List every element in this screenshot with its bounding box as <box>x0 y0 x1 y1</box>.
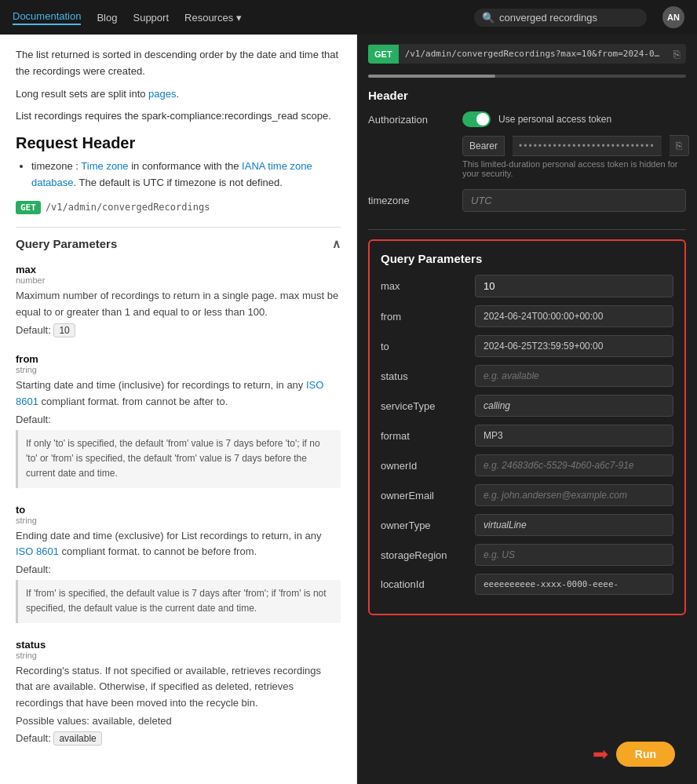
param-status-desc: Recording's status. If not specified or … <box>16 663 341 712</box>
param-max-desc: Maximum number of recordings to return i… <box>16 288 341 321</box>
bearer-copy-icon[interactable]: ⎘ <box>670 135 689 156</box>
scroll-bar <box>368 75 686 78</box>
field-row-locationId: locationId <box>381 574 673 595</box>
field-row-format: format <box>381 425 673 447</box>
intro-line-2: Long result sets are split into pages. <box>16 86 341 103</box>
right-panel: GET /v1/admin/convergedRecordings?max=10… <box>357 35 697 784</box>
field-row-ownerType: ownerType <box>381 514 673 536</box>
nav-support[interactable]: Support <box>133 12 169 24</box>
iana-link[interactable]: IANA time zone database <box>31 160 312 188</box>
auth-toggle[interactable] <box>462 111 491 127</box>
intro-line-3: List recordings requires the spark-compl… <box>16 108 341 125</box>
divider <box>368 229 686 230</box>
auth-control: Use personal access token <box>462 111 611 127</box>
field-input-serviceType[interactable] <box>475 395 673 417</box>
param-from-default-label: Default: <box>16 414 341 425</box>
iso8601-link-to[interactable]: ISO 8601 <box>16 545 59 557</box>
param-max-default-value: 10 <box>53 323 75 337</box>
param-from-note: If only 'to' is specified, the default '… <box>16 430 341 488</box>
nav-documentation[interactable]: Documentation <box>13 10 81 25</box>
field-input-locationId[interactable] <box>475 574 673 595</box>
field-row-serviceType: serviceType <box>381 395 673 417</box>
top-nav: Documentation Blog Support Resources ▾ 🔍… <box>0 0 697 35</box>
run-bar: ➡ Run <box>368 734 686 775</box>
param-status-name: status <box>16 639 341 651</box>
nav-blog[interactable]: Blog <box>97 12 117 24</box>
copy-url-icon[interactable]: ⎘ <box>667 48 686 60</box>
field-label-locationId: locationId <box>381 578 467 590</box>
arrow-icon: ➡ <box>593 743 608 765</box>
param-to-default-label: Default: <box>16 563 341 575</box>
param-from-type: string <box>16 365 341 374</box>
field-input-ownerId[interactable] <box>475 454 673 476</box>
param-status-type: string <box>16 651 341 660</box>
endpoint-path: /v1/admin/convergedRecordings <box>46 202 210 213</box>
scroll-bar-thumb <box>368 75 495 78</box>
run-button[interactable]: Run <box>616 742 675 767</box>
param-max-type: number <box>16 275 341 285</box>
header-section-label: Header <box>368 89 686 102</box>
field-label-max: max <box>381 280 467 292</box>
query-params-title: Query Parameters <box>381 252 673 265</box>
bearer-dots: •••••••••••••••••••••••••••• <box>513 136 662 156</box>
param-to-note: If 'from' is specified, the default valu… <box>16 580 341 622</box>
field-input-ownerType[interactable] <box>475 514 673 536</box>
search-input[interactable] <box>499 12 625 24</box>
field-row-status: status <box>381 365 673 387</box>
param-max-name: max <box>16 264 341 275</box>
url-method-badge: GET <box>368 45 399 64</box>
query-params-section: Query Parameters max from to status <box>368 239 686 615</box>
field-row-ownerId: ownerId <box>381 454 673 476</box>
auth-label: Authorization <box>368 114 454 126</box>
param-from: from string Starting date and time (incl… <box>16 353 341 487</box>
search-box: 🔍 <box>474 9 647 27</box>
search-icon: 🔍 <box>482 12 494 24</box>
field-input-storageRegion[interactable] <box>475 544 673 566</box>
param-max: max number Maximum number of recordings … <box>16 264 341 338</box>
get-badge: GET <box>16 201 41 214</box>
param-status-possible-values: Possible values: available, deleted <box>16 715 341 727</box>
request-header-bullets: timezone : Time zone in conformance with… <box>31 159 341 191</box>
field-input-to[interactable] <box>475 335 673 357</box>
field-label-ownerEmail: ownerEmail <box>381 490 467 501</box>
url-text: /v1/admin/convergedRecordings?max=10&fro… <box>399 44 667 64</box>
timezone-label: timezone <box>368 195 454 206</box>
request-header-title: Request Header <box>16 134 341 152</box>
timezone-value[interactable]: UTC <box>462 189 686 212</box>
chevron-up-icon[interactable]: ∧ <box>332 237 341 251</box>
intro-line-1: The list returned is sorted in descendin… <box>16 47 341 80</box>
timezone-link[interactable]: Time zone <box>81 160 128 172</box>
left-panel: The list returned is sorted in descendin… <box>0 35 357 784</box>
timezone-bullet: timezone : Time zone in conformance with… <box>31 159 341 191</box>
iso8601-link-from[interactable]: ISO 8601 <box>16 379 323 407</box>
field-label-from: from <box>381 311 467 323</box>
field-input-format[interactable] <box>475 425 673 447</box>
field-row-max: max <box>381 275 673 297</box>
field-label-format: format <box>381 430 467 442</box>
avatar: AN <box>662 6 684 28</box>
param-from-name: from <box>16 353 341 365</box>
param-status: status string Recording's status. If not… <box>16 639 341 746</box>
field-row-ownerEmail: ownerEmail <box>381 484 673 506</box>
url-bar: GET /v1/admin/convergedRecordings?max=10… <box>368 44 686 64</box>
bearer-row: Bearer •••••••••••••••••••••••••••• ⎘ <box>368 135 686 156</box>
auth-row: Authorization Use personal access token <box>368 111 686 127</box>
auth-toggle-text: Use personal access token <box>498 114 611 125</box>
field-row-from: from <box>381 305 673 327</box>
param-max-default: Default: 10 <box>16 323 341 337</box>
field-row-storageRegion: storageRegion <box>381 544 673 566</box>
pages-link[interactable]: pages <box>148 88 176 100</box>
query-params-label: Query Parameters <box>16 237 117 250</box>
field-input-status[interactable] <box>475 365 673 387</box>
param-to: to string Ending date and time (exclusiv… <box>16 504 341 623</box>
param-from-desc: Starting date and time (inclusive) for r… <box>16 377 341 410</box>
field-input-max[interactable] <box>475 275 673 297</box>
field-label-ownerType: ownerType <box>381 520 467 531</box>
field-input-ownerEmail[interactable] <box>475 484 673 506</box>
field-input-from[interactable] <box>475 305 673 327</box>
field-label-status: status <box>381 370 467 382</box>
param-to-desc: Ending date and time (exclusive) for Lis… <box>16 528 341 561</box>
param-status-default: Default: available <box>16 731 341 746</box>
nav-resources[interactable]: Resources ▾ <box>184 12 242 24</box>
query-params-header: Query Parameters ∧ <box>16 227 341 257</box>
